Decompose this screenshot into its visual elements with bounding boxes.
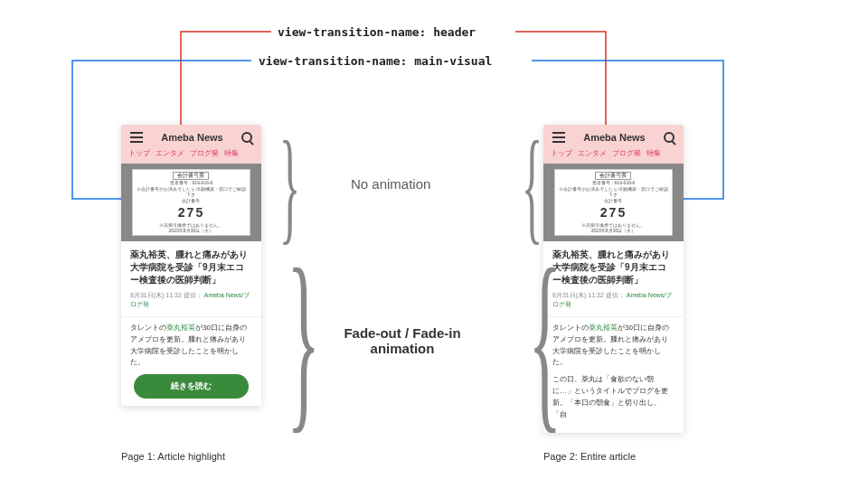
ticket-image: 会計番号票 患者番号：616-616-6 ※会計番号がお済みでしたら 出勤機器・… [554, 169, 674, 236]
ticket-numlabel: 会計番号 [604, 198, 622, 204]
ticket-image: 会計番号票 患者番号：616-616-6 ※会計番号がお済みでしたら 出勤機器・… [132, 169, 251, 236]
vt-label-main-visual: view-transition-name: main-visual [259, 54, 492, 68]
ticket-date: 2023年8月30日（水） [169, 228, 213, 234]
caption-page-2: Page 2: Entire article [543, 451, 636, 462]
read-more-button[interactable]: 続きを読む [134, 374, 249, 399]
para-link[interactable]: 薬丸裕英 [166, 324, 195, 332]
annotation-no-animation: No animation [351, 176, 430, 192]
ticket-date: 2023年8月30日（水） [591, 228, 636, 234]
phone-page-1: Ameba News トップ エンタメ ブログ発 特集 会計番号票 患者番号：6… [121, 125, 261, 406]
ticket-numlabel: 会計番号 [182, 198, 200, 204]
article-para-1: タレントの薬丸裕英が30日に自身のアメブロを更新。腫れと痛みがあり大学病院を受診… [130, 323, 252, 369]
meta-time: 8月31日(木) 11:32 [130, 292, 182, 298]
nav-item[interactable]: ブログ発 [612, 148, 641, 158]
phone1-body: 薬丸裕英、腫れと痛みがあり大学病院を受診「9月末エコー検査後の医師判断」 8月3… [121, 241, 261, 406]
meta-provider: 提供： [184, 292, 203, 298]
ticket-line: ※会計番号がお済みでしたら 出勤機器・窓口でご確認下さ [135, 186, 249, 198]
article-meta: 8月31日(木) 11:32 提供： Ameba News/ブログ発 [552, 291, 675, 309]
para-link[interactable]: 薬丸裕英 [589, 324, 618, 332]
divider [121, 316, 261, 317]
phone-page-2: Ameba News トップ エンタメ ブログ発 特集 会計番号票 患者番号：6… [543, 125, 684, 433]
ticket-line: ※会計番号がお済みでしたら 出勤機器・窓口でご確認下さ [557, 186, 671, 198]
nav-item[interactable]: エンタメ [156, 148, 184, 158]
article-para-1: タレントの薬丸裕英が30日に自身のアメブロを更新。腫れと痛みがあり大学病院を受診… [552, 323, 675, 369]
phone2-nav: トップ エンタメ ブログ発 特集 [543, 148, 684, 164]
phone2-body: 薬丸裕英、腫れと痛みがあり大学病院を受診「9月末エコー検査後の医師判断」 8月3… [543, 241, 684, 433]
nav-item[interactable]: 特集 [224, 148, 239, 158]
hamburger-icon[interactable] [552, 136, 565, 138]
ticket-title: 会計番号票 [595, 172, 631, 181]
meta-provider: 提供： [606, 292, 625, 298]
nav-item[interactable]: ブログ発 [190, 148, 219, 158]
annotation-fade-animation: Fade-out / Fade-in animation [330, 325, 475, 356]
article-title: 薬丸裕英、腫れと痛みがあり大学病院を受診「9月末エコー検査後の医師判断」 [130, 249, 252, 286]
vt-label-header: view-transition-name: header [278, 25, 476, 39]
phone2-main-visual: 会計番号票 患者番号：616-616-6 ※会計番号がお済みでしたら 出勤機器・… [543, 164, 684, 241]
divider [543, 316, 684, 317]
nav-item[interactable]: エンタメ [578, 148, 607, 158]
article-title: 薬丸裕英、腫れと痛みがあり大学病院を受診「9月末エコー検査後の医師判断」 [552, 249, 675, 286]
nav-item[interactable]: トップ [128, 148, 150, 158]
brace-icon: } [287, 239, 320, 438]
nav-item[interactable]: 特集 [646, 148, 661, 158]
ticket-title: 会計番号票 [173, 172, 209, 181]
para-text: タレントの [130, 324, 166, 332]
brand-logo: Ameba News [161, 132, 222, 143]
brand-logo: Ameba News [583, 132, 645, 143]
phone2-header: Ameba News トップ エンタメ ブログ発 特集 [543, 125, 684, 164]
brace-icon: } [528, 239, 561, 438]
nav-item[interactable]: トップ [551, 148, 572, 158]
search-icon[interactable] [241, 132, 252, 143]
caption-page-1: Page 1: Article highlight [121, 451, 225, 462]
ticket-number: 275 [178, 204, 204, 221]
phone1-nav: トップ エンタメ ブログ発 特集 [121, 148, 261, 164]
article-meta: 8月31日(木) 11:32 提供： Ameba News/ブログ発 [130, 291, 252, 309]
phone1-main-visual: 会計番号票 患者番号：616-616-6 ※会計番号がお済みでしたら 出勤機器・… [121, 164, 261, 241]
article-para-2: この日、薬丸は「食欲のない朝に…」というタイトルでブログを更新。「本日の朝食」と… [552, 374, 675, 420]
search-icon[interactable] [664, 132, 675, 143]
ticket-number: 275 [600, 204, 627, 221]
phone1-header: Ameba News トップ エンタメ ブログ発 特集 [121, 125, 261, 164]
hamburger-icon[interactable] [130, 136, 143, 138]
